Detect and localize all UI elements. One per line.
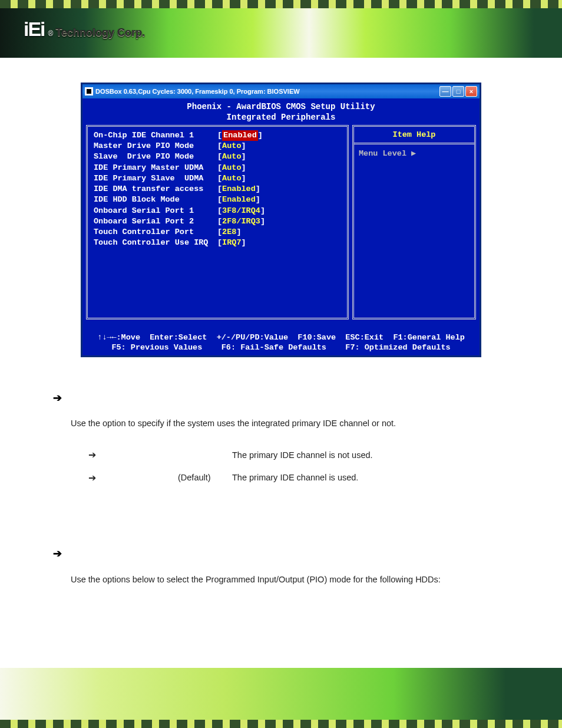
help-body: Menu Level ▶ <box>354 144 474 318</box>
setting-label: On-Chip IDE Channel 1 <box>94 130 217 141</box>
help-title: Item Help <box>354 127 474 144</box>
maximize-button[interactable]: □ <box>452 86 464 97</box>
bios-title-line-2: Integrated Peripherals <box>86 113 476 123</box>
bracket-open: [ <box>217 151 222 162</box>
bios-setting-row[interactable]: Onboard Serial Port 2 [2F8/IRQ3] <box>94 216 341 227</box>
setting-value[interactable]: Auto <box>222 141 241 151</box>
para2-b: options below to select the Programmed I… <box>103 575 441 584</box>
setting-value[interactable]: IRQ7 <box>222 238 241 248</box>
setting-value[interactable]: Enabled <box>222 130 258 141</box>
bracket-close: ] <box>242 173 246 184</box>
bios-setting-row[interactable]: Slave Drive PIO Mode [Auto] <box>94 151 341 162</box>
close-button[interactable]: × <box>465 86 477 97</box>
bios-footer-line-2: F5: Previous Values F6: Fail-Safe Defaul… <box>111 343 450 352</box>
bracket-open: [ <box>217 238 222 248</box>
setting-label: IDE Primary Slave UDMA <box>94 173 217 184</box>
bracket-close: ] <box>258 130 263 141</box>
setting-value[interactable]: Auto <box>222 163 241 173</box>
bullet-arrow-icon: ➔ <box>88 444 99 466</box>
setting-value[interactable]: 2E8 <box>222 227 236 238</box>
window-titlebar: DOSBox 0.63,Cpu Cycles: 3000, Frameskip … <box>82 84 480 98</box>
bracket-close: ] <box>256 195 260 205</box>
system-menu-icon[interactable] <box>85 87 93 95</box>
bios-screen: Phoenix - AwardBIOS CMOS Setup Utility I… <box>82 98 480 355</box>
bios-setting-row[interactable]: Touch Controller Use IRQ [IRQ7] <box>94 238 341 248</box>
bracket-close: ] <box>260 206 265 216</box>
bracket-open: [ <box>217 163 222 173</box>
option-default: (Default) <box>178 467 219 488</box>
setting-value[interactable]: Enabled <box>222 184 256 195</box>
bios-footer-line-1: ↑↓→←:Move Enter:Select +/-/PU/PD:Value F… <box>97 333 465 342</box>
bios-title-line-1: Phoenix - AwardBIOS CMOS Setup Utility <box>86 102 476 113</box>
bottom-banner <box>0 657 562 728</box>
minimize-button[interactable]: — <box>439 86 451 97</box>
bracket-open: [ <box>217 141 222 151</box>
bios-setting-row[interactable]: Touch Controller Port [2E8] <box>94 227 341 238</box>
bracket-open: [ <box>217 227 222 238</box>
bios-setting-row[interactable]: IDE HDD Block Mode [Enabled] <box>94 195 341 205</box>
bios-setting-row[interactable]: IDE DMA transfer access [Enabled] <box>94 184 341 195</box>
paragraph-2: Use the options below to select the Prog… <box>71 571 509 589</box>
bios-settings-panel[interactable]: On-Chip IDE Channel 1 [Enabled]Master Dr… <box>86 125 349 319</box>
bracket-close: ] <box>242 151 246 162</box>
bullet-arrow-icon: ➔ <box>53 387 62 410</box>
bios-setting-row[interactable]: On-Chip IDE Channel 1 [Enabled] <box>94 130 341 141</box>
setting-value[interactable]: 3F8/IRQ4 <box>222 206 260 216</box>
bracket-open: [ <box>217 130 222 141</box>
bracket-open: [ <box>217 195 222 205</box>
bios-setting-row[interactable]: Master Drive PIO Mode [Auto] <box>94 141 341 151</box>
bullet-arrow-icon: ➔ <box>53 542 62 566</box>
bracket-close: ] <box>260 216 265 227</box>
bracket-close: ] <box>256 184 260 195</box>
setting-value[interactable]: Auto <box>222 173 241 184</box>
bracket-open: [ <box>217 184 222 195</box>
setting-label: IDE Primary Master UDMA <box>94 163 217 173</box>
document-body: ➔ Use the option to specify if the syste… <box>41 387 521 589</box>
setting-value[interactable]: 2F8/IRQ3 <box>222 216 260 227</box>
bracket-close: ] <box>242 238 246 248</box>
para1-b: option to specify if the system uses the… <box>103 419 396 428</box>
bracket-open: [ <box>217 216 222 227</box>
window-title: DOSBox 0.63,Cpu Cycles: 3000, Frameskip … <box>95 88 439 95</box>
paragraph-1: Use the option to specify if the system … <box>71 414 509 433</box>
bios-setting-row[interactable]: Onboard Serial Port 1 [3F8/IRQ4] <box>94 206 341 216</box>
option-row-enabled: ➔ (Default) The primary IDE channel is u… <box>88 467 509 489</box>
option-desc: The primary IDE channel is not used. <box>232 445 509 466</box>
setting-label: Master Drive PIO Mode <box>94 141 217 151</box>
bracket-close: ] <box>242 141 246 151</box>
setting-label: Slave Drive PIO Mode <box>94 151 217 162</box>
bullet-arrow-icon: ➔ <box>88 467 99 489</box>
bios-setting-row[interactable]: IDE Primary Master UDMA [Auto] <box>94 163 341 173</box>
bracket-open: [ <box>217 206 222 216</box>
setting-label: Onboard Serial Port 1 <box>94 206 217 216</box>
setting-label: Touch Controller Use IRQ <box>94 238 217 248</box>
bracket-open: [ <box>217 173 222 184</box>
bios-setting-row[interactable]: IDE Primary Slave UDMA [Auto] <box>94 173 341 184</box>
setting-value[interactable]: Enabled <box>222 195 256 205</box>
para2-a: Use the <box>71 575 103 584</box>
bracket-close: ] <box>236 227 241 238</box>
bios-help-panel: Item Help Menu Level ▶ <box>352 125 476 319</box>
setting-label: IDE HDD Block Mode <box>94 195 217 205</box>
setting-label: IDE DMA transfer access <box>94 184 217 195</box>
para1-a: Use the <box>71 419 103 428</box>
setting-value[interactable]: Auto <box>222 151 241 162</box>
setting-label: Onboard Serial Port 2 <box>94 216 217 227</box>
dosbox-window: DOSBox 0.63,Cpu Cycles: 3000, Frameskip … <box>81 83 481 357</box>
bracket-close: ] <box>242 163 246 173</box>
setting-label: Touch Controller Port <box>94 227 217 238</box>
option-desc: The primary IDE channel is used. <box>232 467 509 488</box>
option-row-disabled: ➔ The primary IDE channel is not used. <box>88 444 509 466</box>
